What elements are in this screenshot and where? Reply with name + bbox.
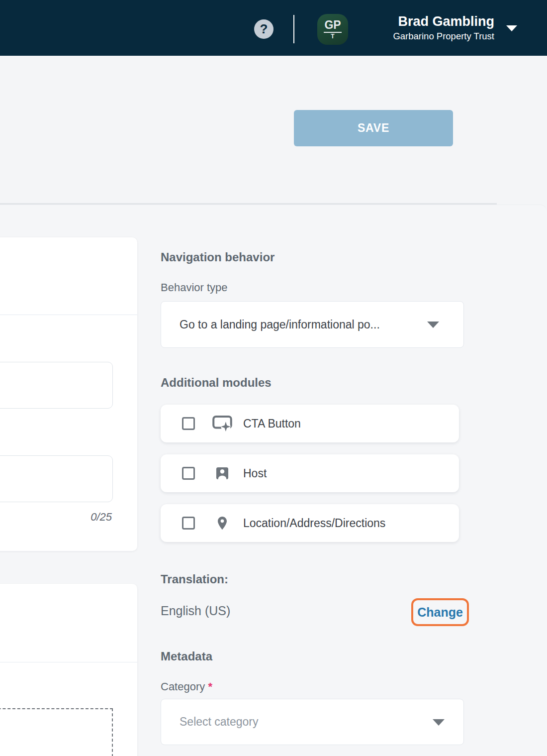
- change-translation-link[interactable]: Change: [417, 605, 463, 620]
- metadata-heading: Metadata: [161, 649, 212, 663]
- module-label: Location/Address/Directions: [243, 517, 385, 530]
- save-button[interactable]: SAVE: [294, 110, 453, 146]
- required-asterisk: *: [208, 680, 212, 693]
- category-label-text: Category: [161, 680, 205, 693]
- upload-dropzone[interactable]: [0, 708, 113, 756]
- app-header: ? GP T Brad Gambling Garbarino Property …: [0, 0, 547, 56]
- char-counter: 0/25: [0, 511, 112, 524]
- location-checkbox[interactable]: [182, 517, 195, 530]
- title-input[interactable]: [0, 362, 113, 409]
- category-select[interactable]: Select category: [161, 699, 464, 745]
- chevron-down-icon: [433, 719, 445, 726]
- navigation-behavior-heading: Navigation behavior: [161, 250, 274, 264]
- chevron-down-icon[interactable]: [506, 25, 517, 31]
- avatar: GP T: [317, 14, 348, 45]
- card-section-divider: [0, 315, 137, 315]
- user-organization: Garbarino Property Trust: [345, 31, 494, 42]
- user-name: Brad Gambling: [345, 14, 494, 29]
- card-section-divider: [0, 662, 137, 662]
- host-checkbox[interactable]: [182, 467, 195, 480]
- behavior-type-value: Go to a landing page/informational po...: [161, 318, 380, 331]
- behavior-type-select[interactable]: Go to a landing page/informational po...: [161, 301, 464, 348]
- module-label: Host: [243, 467, 267, 480]
- module-row-cta-button[interactable]: CTA Button: [161, 405, 459, 442]
- behavior-type-label: Behavior type: [161, 281, 228, 294]
- host-icon: [211, 465, 233, 482]
- cta-button-checkbox[interactable]: [182, 417, 195, 430]
- content-divider: [0, 203, 497, 205]
- module-row-location[interactable]: Location/Address/Directions: [161, 504, 459, 542]
- additional-modules-heading: Additional modules: [161, 376, 272, 390]
- help-icon[interactable]: ?: [254, 19, 274, 39]
- module-row-host[interactable]: Host: [161, 454, 459, 492]
- header-divider: [293, 15, 294, 43]
- translation-language: English (US): [161, 604, 230, 618]
- category-placeholder: Select category: [161, 715, 259, 729]
- location-pin-icon: [211, 514, 233, 533]
- subtitle-input[interactable]: [0, 455, 113, 502]
- user-menu[interactable]: GP T Brad Gambling Garbarino Property Tr…: [313, 10, 527, 49]
- change-link-highlight: Change: [411, 598, 469, 626]
- chevron-down-icon: [427, 322, 439, 328]
- category-label: Category *: [161, 680, 212, 693]
- translation-heading: Translation:: [161, 572, 228, 586]
- module-label: CTA Button: [243, 417, 301, 431]
- cta-button-icon: [211, 415, 233, 432]
- avatar-initials: GP: [324, 19, 341, 33]
- avatar-sub-initial: T: [331, 33, 334, 39]
